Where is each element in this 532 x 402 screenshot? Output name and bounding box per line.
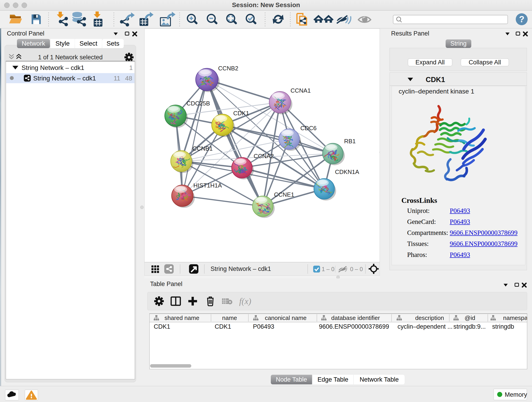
svg-text:?: ?: [519, 14, 524, 24]
svg-text:CCNB2: CCNB2: [218, 65, 238, 72]
svg-text:shared name: shared name: [165, 314, 199, 321]
svg-text:HIST1H1A: HIST1H1A: [193, 182, 222, 189]
svg-text:CCNA1: CCNA1: [291, 87, 311, 94]
svg-text:database identifier: database identifier: [331, 314, 380, 321]
svg-text:@id: @id: [465, 314, 475, 321]
svg-text:CDC25B: CDC25B: [186, 100, 210, 107]
svg-text:canonical name: canonical name: [265, 314, 307, 321]
svg-text:RB1: RB1: [344, 138, 356, 145]
svg-text:description: description: [415, 314, 444, 321]
svg-text:f(x): f(x): [239, 296, 251, 306]
svg-text:CDKN1A: CDKN1A: [335, 168, 359, 175]
svg-text:CCNA2: CCNA2: [254, 153, 274, 160]
svg-text:CCNE1: CCNE1: [274, 191, 294, 198]
svg-text:name: name: [222, 314, 237, 321]
svg-text:CDK1: CDK1: [233, 110, 249, 117]
svg-text:namespac: namespac: [503, 314, 527, 321]
svg-text:CCNB1: CCNB1: [192, 145, 213, 152]
svg-text:CDC6: CDC6: [300, 125, 317, 132]
